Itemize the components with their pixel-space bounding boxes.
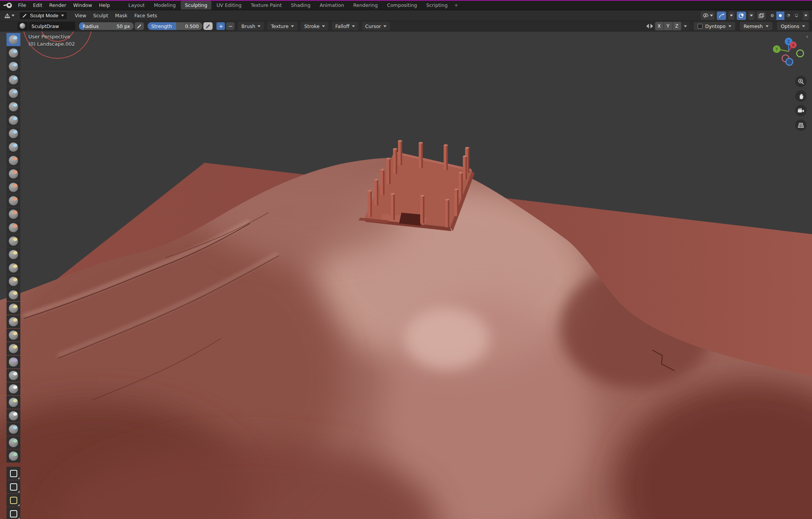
- radius-slider[interactable]: Radius 50 px: [79, 22, 134, 30]
- tool-flatten[interactable]: [7, 167, 20, 180]
- dyntopo-checkbox[interactable]: [698, 24, 703, 29]
- camera-view-button[interactable]: [795, 105, 807, 116]
- tool-thumb[interactable]: [7, 275, 20, 288]
- tab-modeling[interactable]: Modeling: [150, 1, 180, 10]
- radius-pressure-toggle[interactable]: [135, 22, 144, 30]
- tool-box-mask[interactable]: [7, 467, 20, 480]
- tool-nudge[interactable]: [7, 302, 20, 315]
- panel-dropdown-brush[interactable]: Brush: [238, 22, 264, 30]
- tool-rotate[interactable]: [7, 315, 20, 328]
- shading-rendered-button[interactable]: [792, 12, 800, 20]
- viewport-menu-face-sets[interactable]: Face Sets: [131, 12, 160, 20]
- brush-name-field[interactable]: [28, 22, 75, 30]
- symmetry-axis-z[interactable]: Z: [673, 22, 681, 30]
- topbar-menu-file[interactable]: File: [15, 1, 30, 9]
- viewport-menu-sculpt[interactable]: Sculpt: [90, 12, 112, 20]
- tab-texture-paint[interactable]: Texture Paint: [246, 1, 286, 10]
- brush-direction-subtract-button[interactable]: −: [226, 22, 234, 30]
- tab-compositing[interactable]: Compositing: [383, 1, 421, 10]
- tool-clay-strips[interactable]: [7, 73, 20, 86]
- tool-layer[interactable]: [7, 100, 20, 113]
- viewport-menu-view[interactable]: View: [71, 12, 90, 20]
- symmetry-axis-x[interactable]: X: [655, 22, 663, 30]
- topbar-menu-help[interactable]: Help: [96, 1, 114, 9]
- topbar-menu-window[interactable]: Window: [70, 1, 96, 9]
- tool-box-face-set[interactable]: [7, 494, 20, 507]
- brush-datablock-icon[interactable]: [18, 22, 28, 30]
- tool-draw[interactable]: [7, 33, 20, 46]
- panel-dropdown-texture[interactable]: Texture: [267, 22, 297, 30]
- shading-solid-button[interactable]: [776, 12, 784, 20]
- strength-slider[interactable]: Strength 0.500: [148, 22, 202, 30]
- strength-value: 0.500: [185, 23, 199, 29]
- tool-elastic-deform[interactable]: [7, 248, 20, 261]
- symmetry-dropdown[interactable]: [682, 22, 689, 30]
- tab-animation[interactable]: Animation: [315, 1, 348, 10]
- dyntopo-dropdown[interactable]: Dyntopo: [694, 22, 735, 30]
- shading-wireframe-button[interactable]: [768, 12, 776, 20]
- tool-crease[interactable]: [7, 140, 20, 154]
- tool-pinch[interactable]: [7, 221, 20, 234]
- tool-paint[interactable]: [7, 436, 20, 449]
- tool-clay-thumb[interactable]: [7, 87, 20, 100]
- shading-material-button[interactable]: [784, 12, 792, 20]
- navigation-gizmo[interactable]: Z X Y: [769, 35, 807, 73]
- mode-select-dropdown[interactable]: Sculpt Mode: [19, 12, 68, 20]
- tool-box-trim[interactable]: [7, 507, 20, 519]
- show-gizmo-dropdown[interactable]: [728, 12, 734, 20]
- tool-smooth[interactable]: [7, 154, 20, 167]
- blender-logo-icon[interactable]: [3, 2, 12, 8]
- brush-direction-add-button[interactable]: +: [216, 22, 225, 30]
- panel-dropdown-cursor[interactable]: Cursor: [362, 22, 390, 30]
- panel-dropdown-stroke[interactable]: Stroke: [301, 22, 328, 30]
- object-visibility-dropdown[interactable]: [701, 12, 715, 20]
- pan-button[interactable]: [795, 90, 807, 102]
- tool-grab[interactable]: [7, 235, 20, 248]
- tool-snake-hook[interactable]: [7, 261, 20, 274]
- shading-dropdown[interactable]: [803, 12, 809, 20]
- tool-fill[interactable]: [7, 181, 20, 194]
- tool-slide-relax[interactable]: [7, 329, 20, 342]
- tool-mask[interactable]: [7, 382, 20, 395]
- zoom-button[interactable]: [795, 76, 807, 87]
- strength-pressure-toggle[interactable]: [203, 22, 213, 30]
- symmetry-axis-y[interactable]: Y: [664, 22, 672, 30]
- tool-multiplane-scrape[interactable]: [7, 208, 20, 221]
- viewport-canvas[interactable]: User Perspective (0) Landscape.002 ‹ Z X…: [0, 31, 812, 519]
- gizmo-axis-z-neg[interactable]: [786, 58, 793, 65]
- tool-draw-sharp[interactable]: [7, 46, 20, 60]
- tool-box-hide[interactable]: [7, 480, 20, 493]
- editor-type-button[interactable]: [2, 12, 16, 20]
- gizmo-axis-y-neg[interactable]: [797, 50, 804, 57]
- tool-draw-face-sets[interactable]: [7, 396, 20, 409]
- tool-blob[interactable]: [7, 127, 20, 140]
- tab-scripting[interactable]: Scripting: [422, 1, 452, 10]
- topbar-menu-edit[interactable]: Edit: [30, 1, 46, 9]
- tab-sculpting[interactable]: Sculpting: [181, 1, 211, 10]
- tab-shading[interactable]: Shading: [287, 1, 315, 10]
- tool-inflate[interactable]: [7, 114, 20, 127]
- show-overlays-toggle[interactable]: [737, 12, 746, 20]
- tool-cloth[interactable]: [7, 355, 20, 369]
- tab-rendering[interactable]: Rendering: [349, 1, 382, 10]
- tab-layout[interactable]: Layout: [124, 1, 149, 10]
- tool-pose[interactable]: [7, 288, 20, 301]
- tool-multires-displacement-smear[interactable]: [7, 423, 20, 436]
- tool-simplify[interactable]: [7, 369, 20, 382]
- tab-uv-editing[interactable]: UV Editing: [212, 1, 246, 10]
- add-workspace-button[interactable]: +: [452, 1, 460, 10]
- options-dropdown[interactable]: Options: [777, 22, 809, 30]
- show-overlays-dropdown[interactable]: [748, 12, 754, 20]
- tool-scrape[interactable]: [7, 194, 20, 207]
- tool-multires-displacement-eraser[interactable]: [7, 409, 20, 422]
- remesh-dropdown[interactable]: Remesh: [740, 22, 772, 30]
- tool-clay[interactable]: [7, 60, 20, 73]
- tool-boundary[interactable]: [7, 342, 20, 355]
- tool-smear[interactable]: [7, 450, 20, 463]
- show-gizmo-toggle[interactable]: [717, 12, 726, 20]
- topbar-menu-render[interactable]: Render: [46, 1, 70, 9]
- viewport-menu-mask[interactable]: Mask: [112, 12, 131, 20]
- perspective-toggle-button[interactable]: [795, 119, 807, 131]
- xray-toggle[interactable]: [757, 12, 766, 20]
- panel-dropdown-falloff[interactable]: Falloff: [332, 22, 358, 30]
